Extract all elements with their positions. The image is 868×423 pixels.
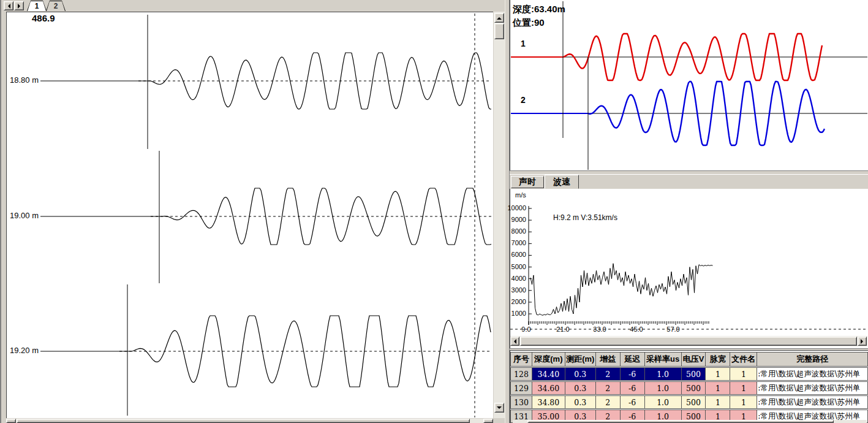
scroll-left-button[interactable] — [510, 337, 519, 346]
x-tick-label: 57.0 — [665, 326, 681, 333]
y-tick-label: 9000 — [506, 216, 526, 223]
table-row[interactable]: 12834.400.32-61.050011:常用\数据\超声波数据\苏州单 — [510, 367, 868, 381]
right-arrow-icon — [18, 4, 23, 9]
left-arrow-icon — [6, 4, 10, 9]
y-tick-label: 1000 — [506, 310, 526, 317]
table-cell: -6 — [621, 367, 645, 381]
col-header: 深度(m) — [532, 352, 565, 367]
table-cell: 500 — [682, 381, 706, 395]
position-readout: 位置:90 — [513, 18, 545, 27]
table-cell: :常用\数据\超声波数据\苏州单 — [757, 381, 868, 395]
y-tick-label: 4000 — [506, 275, 526, 282]
y-tick-label: 5000 — [506, 264, 526, 270]
scroll-thumb[interactable] — [527, 420, 834, 423]
pick-value: 486.9 — [32, 13, 55, 23]
tab-label: 1 — [28, 1, 46, 11]
scroll-thumb[interactable] — [520, 337, 857, 346]
velocity-annotation: H:9.2 m V:3.51km/s — [553, 214, 617, 221]
vertical-splitter[interactable] — [505, 0, 510, 423]
trace-depth-label: 19.20 m — [10, 346, 39, 354]
table-cell: 500 — [682, 367, 706, 381]
table-cell: 129 — [510, 381, 532, 395]
x-tick-label: 33.0 — [592, 326, 608, 333]
x-tick-label: 9.0 — [518, 326, 534, 333]
table-cell: 1 — [730, 381, 757, 395]
table-row[interactable]: 13034.800.32-61.050011:常用\数据\超声波数据\苏州单 — [510, 395, 868, 409]
down-arrow-icon — [497, 406, 502, 411]
y-tick-label: 8000 — [506, 228, 526, 235]
tab-label: 声时 — [519, 177, 536, 188]
y-axis-unit: m/s — [515, 192, 526, 199]
app-window: 1 2 深度:63.40m 位置:90 声时 波速 — [0, 0, 868, 423]
table-cell: 1 — [730, 367, 757, 381]
channel-label: 2 — [521, 96, 526, 104]
table-cell: 1.0 — [645, 367, 682, 381]
table-cell: 34.60 — [532, 381, 565, 395]
table-cell: 0.3 — [565, 395, 596, 409]
up-arrow-icon — [497, 15, 502, 20]
scroll-thumb[interactable] — [17, 419, 470, 423]
y-tick-label: 6000 — [506, 251, 526, 258]
table-cell: 1.0 — [645, 395, 682, 409]
scroll-left-button[interactable] — [6, 419, 16, 423]
chart-horizontal-scrollbar[interactable] — [510, 336, 867, 346]
tab-scroll-left-button[interactable] — [4, 1, 13, 10]
right-arrow-icon — [861, 339, 866, 344]
channel-label: 1 — [521, 39, 526, 48]
channel-waveform-panel[interactable]: 深度:63.40m 位置:90 — [510, 0, 868, 170]
waveform-display-area[interactable] — [6, 12, 493, 418]
y-tick-label: 10000 — [506, 205, 526, 212]
scroll-thumb[interactable] — [494, 23, 504, 39]
table-cell: 34.80 — [532, 395, 565, 409]
tab-label: 2 — [47, 1, 65, 11]
col-header: 文件名 — [730, 352, 757, 367]
waveform-panel: 1 2 — [0, 0, 505, 423]
scroll-up-button[interactable] — [494, 13, 504, 23]
scroll-right-button[interactable] — [483, 419, 493, 423]
table-cell: 1 — [706, 395, 730, 409]
table-cell: 130 — [510, 395, 532, 409]
table-cell: 2 — [596, 395, 621, 409]
tab-wave-velocity[interactable]: 波速 — [545, 175, 579, 189]
col-header: 延迟 — [621, 352, 645, 367]
table-cell: :常用\数据\超声波数据\苏州单 — [757, 367, 868, 381]
page-tabbar: 1 2 — [1, 0, 506, 12]
trace-depth-label: 18.80 m — [10, 76, 39, 84]
velocity-chart-panel[interactable] — [510, 175, 868, 349]
y-tick-label: 2000 — [506, 299, 526, 305]
depth-readout: 深度:63.40m — [513, 4, 565, 13]
vertical-scrollbar[interactable] — [494, 12, 505, 418]
trace-depth-label: 19.00 m — [10, 212, 39, 219]
y-tick-label: 3000 — [506, 287, 526, 294]
col-header: 增益 — [596, 352, 621, 367]
scroll-right-button[interactable] — [858, 337, 867, 346]
table-row[interactable]: 12934.600.32-61.050011:常用\数据\超声波数据\苏州单 — [510, 381, 868, 395]
scroll-down-button[interactable] — [494, 403, 504, 413]
table-cell: 0.3 — [565, 367, 596, 381]
col-header: 完整路径 — [757, 352, 868, 367]
table-cell: 128 — [510, 367, 532, 381]
table-cell: -6 — [621, 381, 645, 395]
left-arrow-icon — [511, 339, 516, 344]
table-cell: 1 — [706, 367, 730, 381]
col-header: 脉宽 — [706, 352, 730, 367]
table-cell: 2 — [596, 367, 621, 381]
page-tab-2[interactable]: 2 — [46, 1, 66, 11]
record-table-panel: 序号深度(m)测距(m)增益延迟采样率us电压V脉宽文件名完整路径 12834.… — [510, 351, 868, 423]
horizontal-splitter[interactable] — [510, 170, 868, 175]
table-cell: -6 — [621, 395, 645, 409]
table-cell: 1 — [730, 395, 757, 409]
tab-acoustic-time[interactable]: 声时 — [511, 176, 544, 188]
table-cell: 1 — [706, 381, 730, 395]
table-cell: 2 — [596, 381, 621, 395]
col-header: 测距(m) — [565, 352, 596, 367]
table-cell: 500 — [682, 395, 706, 409]
col-header: 序号 — [510, 352, 532, 367]
y-tick-label: 7000 — [506, 240, 526, 246]
table-cell: 34.40 — [532, 367, 565, 381]
page-tab-1[interactable]: 1 — [27, 1, 47, 11]
table-horizontal-scrollbar[interactable] — [513, 420, 867, 423]
horizontal-scrollbar[interactable] — [6, 419, 493, 423]
table-body: 12834.400.32-61.050011:常用\数据\超声波数据\苏州单12… — [510, 367, 868, 423]
tab-scroll-right-button[interactable] — [14, 1, 24, 10]
